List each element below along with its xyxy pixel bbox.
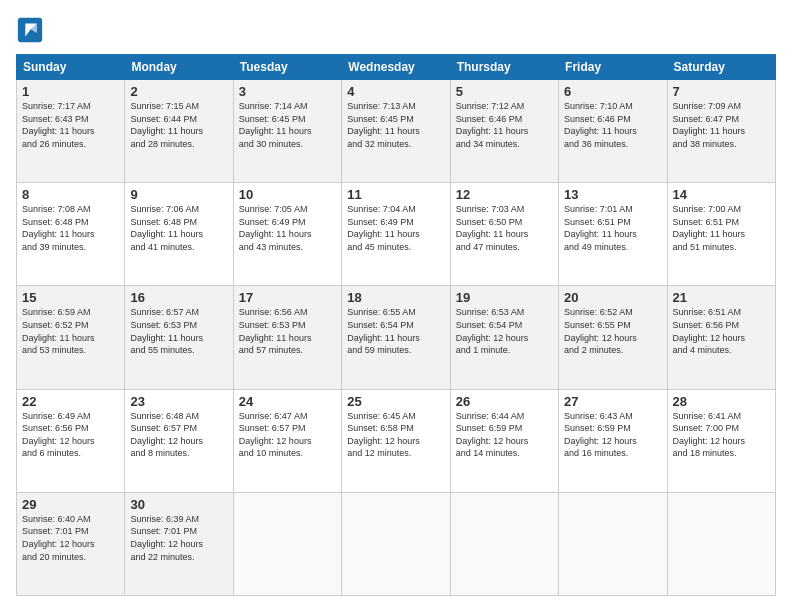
- day-cell: 26Sunrise: 6:44 AM Sunset: 6:59 PM Dayli…: [450, 389, 558, 492]
- day-cell: 17Sunrise: 6:56 AM Sunset: 6:53 PM Dayli…: [233, 286, 341, 389]
- day-number: 20: [564, 290, 661, 305]
- day-info: Sunrise: 7:06 AM Sunset: 6:48 PM Dayligh…: [130, 203, 227, 253]
- header-sunday: Sunday: [17, 55, 125, 80]
- day-cell: 7Sunrise: 7:09 AM Sunset: 6:47 PM Daylig…: [667, 80, 775, 183]
- day-number: 10: [239, 187, 336, 202]
- day-number: 9: [130, 187, 227, 202]
- day-info: Sunrise: 6:49 AM Sunset: 6:56 PM Dayligh…: [22, 410, 119, 460]
- day-info: Sunrise: 7:12 AM Sunset: 6:46 PM Dayligh…: [456, 100, 553, 150]
- day-info: Sunrise: 6:39 AM Sunset: 7:01 PM Dayligh…: [130, 513, 227, 563]
- day-info: Sunrise: 6:41 AM Sunset: 7:00 PM Dayligh…: [673, 410, 770, 460]
- day-info: Sunrise: 6:45 AM Sunset: 6:58 PM Dayligh…: [347, 410, 444, 460]
- day-info: Sunrise: 6:59 AM Sunset: 6:52 PM Dayligh…: [22, 306, 119, 356]
- day-cell: 8Sunrise: 7:08 AM Sunset: 6:48 PM Daylig…: [17, 183, 125, 286]
- day-number: 28: [673, 394, 770, 409]
- day-number: 15: [22, 290, 119, 305]
- day-cell: 28Sunrise: 6:41 AM Sunset: 7:00 PM Dayli…: [667, 389, 775, 492]
- day-cell: 13Sunrise: 7:01 AM Sunset: 6:51 PM Dayli…: [559, 183, 667, 286]
- day-info: Sunrise: 7:14 AM Sunset: 6:45 PM Dayligh…: [239, 100, 336, 150]
- day-number: 2: [130, 84, 227, 99]
- day-number: 17: [239, 290, 336, 305]
- day-cell: 21Sunrise: 6:51 AM Sunset: 6:56 PM Dayli…: [667, 286, 775, 389]
- day-number: 22: [22, 394, 119, 409]
- day-info: Sunrise: 6:55 AM Sunset: 6:54 PM Dayligh…: [347, 306, 444, 356]
- header-wednesday: Wednesday: [342, 55, 450, 80]
- day-number: 26: [456, 394, 553, 409]
- day-cell: [559, 492, 667, 595]
- day-number: 12: [456, 187, 553, 202]
- day-number: 11: [347, 187, 444, 202]
- day-cell: 18Sunrise: 6:55 AM Sunset: 6:54 PM Dayli…: [342, 286, 450, 389]
- day-number: 16: [130, 290, 227, 305]
- day-cell: 14Sunrise: 7:00 AM Sunset: 6:51 PM Dayli…: [667, 183, 775, 286]
- day-number: 24: [239, 394, 336, 409]
- header-monday: Monday: [125, 55, 233, 80]
- day-cell: 3Sunrise: 7:14 AM Sunset: 6:45 PM Daylig…: [233, 80, 341, 183]
- week-row-1: 1Sunrise: 7:17 AM Sunset: 6:43 PM Daylig…: [17, 80, 776, 183]
- day-cell: 6Sunrise: 7:10 AM Sunset: 6:46 PM Daylig…: [559, 80, 667, 183]
- day-number: 21: [673, 290, 770, 305]
- day-info: Sunrise: 7:10 AM Sunset: 6:46 PM Dayligh…: [564, 100, 661, 150]
- week-row-4: 22Sunrise: 6:49 AM Sunset: 6:56 PM Dayli…: [17, 389, 776, 492]
- day-info: Sunrise: 6:57 AM Sunset: 6:53 PM Dayligh…: [130, 306, 227, 356]
- day-info: Sunrise: 6:53 AM Sunset: 6:54 PM Dayligh…: [456, 306, 553, 356]
- week-row-3: 15Sunrise: 6:59 AM Sunset: 6:52 PM Dayli…: [17, 286, 776, 389]
- day-cell: [233, 492, 341, 595]
- day-cell: 5Sunrise: 7:12 AM Sunset: 6:46 PM Daylig…: [450, 80, 558, 183]
- day-cell: 19Sunrise: 6:53 AM Sunset: 6:54 PM Dayli…: [450, 286, 558, 389]
- day-info: Sunrise: 6:43 AM Sunset: 6:59 PM Dayligh…: [564, 410, 661, 460]
- day-number: 4: [347, 84, 444, 99]
- header-row: SundayMondayTuesdayWednesdayThursdayFrid…: [17, 55, 776, 80]
- day-number: 8: [22, 187, 119, 202]
- day-info: Sunrise: 7:04 AM Sunset: 6:49 PM Dayligh…: [347, 203, 444, 253]
- day-info: Sunrise: 7:03 AM Sunset: 6:50 PM Dayligh…: [456, 203, 553, 253]
- day-info: Sunrise: 6:52 AM Sunset: 6:55 PM Dayligh…: [564, 306, 661, 356]
- week-row-2: 8Sunrise: 7:08 AM Sunset: 6:48 PM Daylig…: [17, 183, 776, 286]
- header-friday: Friday: [559, 55, 667, 80]
- day-number: 7: [673, 84, 770, 99]
- day-number: 25: [347, 394, 444, 409]
- day-cell: 2Sunrise: 7:15 AM Sunset: 6:44 PM Daylig…: [125, 80, 233, 183]
- day-cell: 15Sunrise: 6:59 AM Sunset: 6:52 PM Dayli…: [17, 286, 125, 389]
- day-cell: 23Sunrise: 6:48 AM Sunset: 6:57 PM Dayli…: [125, 389, 233, 492]
- day-info: Sunrise: 6:44 AM Sunset: 6:59 PM Dayligh…: [456, 410, 553, 460]
- day-info: Sunrise: 6:51 AM Sunset: 6:56 PM Dayligh…: [673, 306, 770, 356]
- day-number: 13: [564, 187, 661, 202]
- day-number: 19: [456, 290, 553, 305]
- day-cell: [667, 492, 775, 595]
- day-cell: 9Sunrise: 7:06 AM Sunset: 6:48 PM Daylig…: [125, 183, 233, 286]
- day-info: Sunrise: 7:13 AM Sunset: 6:45 PM Dayligh…: [347, 100, 444, 150]
- day-cell: 11Sunrise: 7:04 AM Sunset: 6:49 PM Dayli…: [342, 183, 450, 286]
- day-info: Sunrise: 6:40 AM Sunset: 7:01 PM Dayligh…: [22, 513, 119, 563]
- day-cell: 25Sunrise: 6:45 AM Sunset: 6:58 PM Dayli…: [342, 389, 450, 492]
- day-info: Sunrise: 7:09 AM Sunset: 6:47 PM Dayligh…: [673, 100, 770, 150]
- logo-icon: [16, 16, 44, 44]
- day-cell: 4Sunrise: 7:13 AM Sunset: 6:45 PM Daylig…: [342, 80, 450, 183]
- day-number: 3: [239, 84, 336, 99]
- day-cell: 22Sunrise: 6:49 AM Sunset: 6:56 PM Dayli…: [17, 389, 125, 492]
- day-cell: 12Sunrise: 7:03 AM Sunset: 6:50 PM Dayli…: [450, 183, 558, 286]
- header-saturday: Saturday: [667, 55, 775, 80]
- day-cell: [450, 492, 558, 595]
- day-cell: [342, 492, 450, 595]
- day-info: Sunrise: 7:17 AM Sunset: 6:43 PM Dayligh…: [22, 100, 119, 150]
- week-row-5: 29Sunrise: 6:40 AM Sunset: 7:01 PM Dayli…: [17, 492, 776, 595]
- day-number: 6: [564, 84, 661, 99]
- day-cell: 1Sunrise: 7:17 AM Sunset: 6:43 PM Daylig…: [17, 80, 125, 183]
- day-number: 18: [347, 290, 444, 305]
- day-number: 30: [130, 497, 227, 512]
- day-info: Sunrise: 7:05 AM Sunset: 6:49 PM Dayligh…: [239, 203, 336, 253]
- calendar-table: SundayMondayTuesdayWednesdayThursdayFrid…: [16, 54, 776, 596]
- day-number: 23: [130, 394, 227, 409]
- day-number: 1: [22, 84, 119, 99]
- day-cell: 24Sunrise: 6:47 AM Sunset: 6:57 PM Dayli…: [233, 389, 341, 492]
- day-info: Sunrise: 7:00 AM Sunset: 6:51 PM Dayligh…: [673, 203, 770, 253]
- day-cell: 10Sunrise: 7:05 AM Sunset: 6:49 PM Dayli…: [233, 183, 341, 286]
- header-thursday: Thursday: [450, 55, 558, 80]
- logo: [16, 16, 48, 44]
- day-number: 14: [673, 187, 770, 202]
- header-tuesday: Tuesday: [233, 55, 341, 80]
- day-cell: 29Sunrise: 6:40 AM Sunset: 7:01 PM Dayli…: [17, 492, 125, 595]
- day-cell: 16Sunrise: 6:57 AM Sunset: 6:53 PM Dayli…: [125, 286, 233, 389]
- day-info: Sunrise: 6:47 AM Sunset: 6:57 PM Dayligh…: [239, 410, 336, 460]
